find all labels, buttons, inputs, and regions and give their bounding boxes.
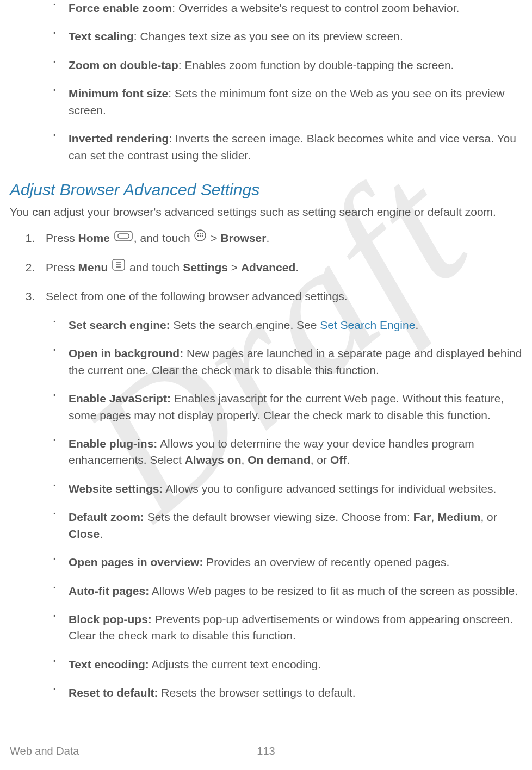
step-1: Press Home , and touch > Browser. (38, 230, 522, 247)
desc: : Overrides a website's request to contr… (172, 2, 459, 14)
desc: Resets the browser settings to default. (158, 686, 356, 699)
svg-rect-1 (118, 234, 129, 238)
menu-icon (112, 259, 125, 275)
term: Enable plug-ins: (69, 437, 157, 450)
home-label: Home (78, 232, 110, 244)
list-item: Text scaling: Changes text size as you s… (54, 28, 522, 45)
text: and touch (129, 261, 183, 274)
text: Select from one of the following browser… (46, 290, 347, 302)
term: Minimum font size (69, 87, 168, 100)
text: Press (46, 261, 78, 274)
desc: : Enables zoom function by double-tappin… (178, 59, 454, 71)
desc: Allows Web pages to be resized to fit as… (149, 585, 518, 597)
list-item: Minimum font size: Sets the minimum font… (54, 85, 522, 119)
svg-point-3 (197, 233, 199, 234)
text: . (295, 261, 299, 274)
text: > (211, 232, 220, 244)
term: Auto-fit pages: (69, 585, 149, 597)
advanced-label: Advanced (241, 261, 295, 274)
menu-label: Menu (78, 261, 108, 274)
advanced-settings-list: Set search engine: Sets the search engin… (10, 317, 522, 701)
apps-icon (194, 229, 206, 246)
text: , or (311, 454, 330, 466)
desc: : Changes text size as you see on its pr… (134, 30, 403, 42)
term: Website settings: (69, 482, 163, 495)
term: Reset to default: (69, 686, 158, 699)
desc: Sets the default browser viewing size. C… (144, 511, 413, 523)
text: . (347, 454, 350, 466)
list-item: Website settings: Allows you to configur… (54, 481, 522, 497)
text: , (242, 454, 248, 466)
accessibility-settings-list: Force enable zoom: Overrides a website's… (10, 0, 522, 164)
text: , (431, 511, 437, 523)
section-heading: Adjust Browser Advanced Settings (10, 178, 522, 202)
list-item: Text encoding: Adjusts the current text … (54, 656, 522, 673)
term: Text scaling (69, 30, 134, 42)
home-icon (114, 229, 133, 246)
set-search-engine-link[interactable]: Set Search Engine (320, 319, 415, 331)
term: Force enable zoom (69, 2, 172, 14)
page-footer: Web and Data 113 (10, 743, 522, 759)
footer-section: Web and Data (10, 743, 79, 759)
text: . (415, 319, 418, 331)
list-item: Auto-fit pages: Allows Web pages to be r… (54, 583, 522, 599)
steps-list: Press Home , and touch > Browser. Press … (10, 230, 522, 305)
text: , or (480, 511, 497, 523)
option: Far (413, 511, 431, 523)
list-item: Reset to default: Resets the browser set… (54, 685, 522, 701)
list-item: Force enable zoom: Overrides a website's… (54, 0, 522, 16)
term: Open in background: (69, 347, 183, 359)
list-item: Zoom on double-tap: Enables zoom functio… (54, 57, 522, 73)
step-2: Press Menu and touch Settings > Advanced… (38, 259, 522, 277)
list-item: Default zoom: Sets the default browser v… (54, 509, 522, 542)
desc: Adjusts the current text encoding. (149, 658, 321, 670)
settings-label: Settings (183, 261, 228, 274)
browser-label: Browser (220, 232, 266, 244)
step-3: Select from one of the following browser… (38, 288, 522, 305)
list-item: Inverted rendering: Inverts the screen i… (54, 131, 522, 164)
term: Open pages in overview: (69, 556, 203, 568)
section-intro: You can adjust your browser's advanced s… (10, 204, 522, 220)
option: Off (330, 454, 347, 466)
svg-point-5 (202, 233, 203, 234)
term: Set search engine: (69, 319, 170, 331)
svg-point-8 (202, 235, 203, 237)
list-item: Block pop-ups: Prevents pop-up advertise… (54, 611, 522, 644)
desc: Allows you to configure advanced setting… (163, 482, 496, 495)
text: . (266, 232, 269, 244)
text: Press (46, 232, 78, 244)
option: Medium (437, 511, 480, 523)
term: Default zoom: (69, 511, 144, 523)
svg-point-7 (200, 235, 201, 237)
term: Text encoding: (69, 658, 149, 670)
page-number: 113 (257, 743, 275, 759)
list-item: Set search engine: Sets the search engin… (54, 317, 522, 333)
term: Zoom on double-tap (69, 59, 178, 71)
desc: Sets the search engine. See (170, 319, 320, 331)
svg-point-4 (200, 233, 201, 234)
list-item: Open pages in overview: Provides an over… (54, 554, 522, 570)
list-item: Open in background: New pages are launch… (54, 345, 522, 378)
term: Block pop-ups: (69, 613, 152, 625)
text: , and touch (134, 232, 194, 244)
svg-rect-0 (115, 231, 132, 241)
desc: Provides an overview of recently opened … (203, 556, 449, 568)
option: On demand (248, 454, 311, 466)
svg-point-6 (197, 235, 199, 237)
list-item: Enable JavaScript: Enables javascript fo… (54, 390, 522, 424)
option: Close (69, 527, 100, 540)
term: Enable JavaScript: (69, 392, 171, 405)
text: . (100, 527, 103, 540)
option: Always on (185, 454, 242, 466)
list-item: Enable plug-ins: Allows you to determine… (54, 436, 522, 469)
text: > (228, 261, 241, 274)
term: Inverted rendering (69, 132, 169, 145)
